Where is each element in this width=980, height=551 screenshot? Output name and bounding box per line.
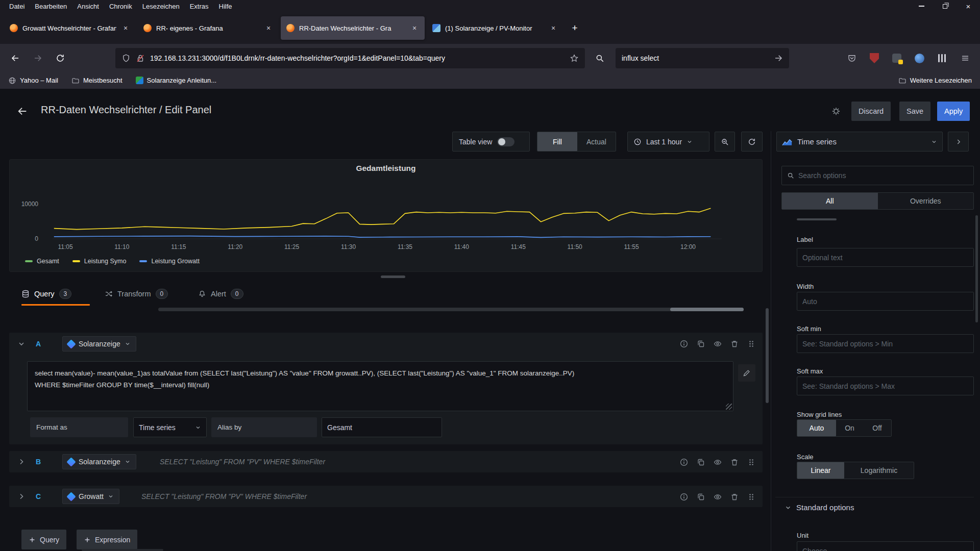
search-go-icon[interactable] — [774, 54, 783, 63]
query-help-icon[interactable] — [680, 458, 688, 466]
browser-tab-solaranzeige[interactable]: (1) Solaranzeige / PV-Monitor × — [427, 16, 564, 40]
datasource-picker[interactable]: Solaranzeige — [62, 336, 136, 352]
tab-query[interactable]: Query 3 — [21, 283, 71, 305]
datasource-picker[interactable]: Growatt — [62, 489, 119, 504]
query-a-header[interactable]: A Solaranzeige — [9, 333, 763, 355]
menu-extras[interactable]: Extras — [185, 3, 214, 10]
pocket-button[interactable] — [842, 48, 862, 68]
tab-all[interactable]: All — [782, 193, 878, 209]
width-input[interactable] — [797, 292, 974, 311]
label-input[interactable] — [797, 248, 974, 267]
sidebar-button[interactable] — [932, 48, 951, 68]
ublock-button[interactable] — [865, 48, 884, 68]
legend-item[interactable]: Gesamt — [25, 258, 59, 265]
minimize-button[interactable] — [910, 0, 933, 12]
browser-tab-rr-daten-active[interactable]: RR-Daten Wechselrichter - Gra × — [281, 16, 425, 40]
reload-button[interactable] — [50, 48, 70, 68]
tab-close-icon[interactable]: × — [549, 24, 558, 32]
tab-overrides[interactable]: Overrides — [878, 193, 974, 209]
account-button[interactable] — [910, 48, 929, 68]
grid-auto-option[interactable]: Auto — [797, 420, 836, 436]
delete-query-icon[interactable] — [730, 340, 739, 348]
add-expression-button[interactable]: Expression — [77, 530, 137, 549]
tracking-shield-icon[interactable] — [121, 54, 131, 63]
timeseries-plot[interactable]: 01000011:0511:1011:1511:2011:2511:3011:3… — [10, 179, 763, 255]
bookmark-solaranzeige[interactable]: Solaranzeige Anleitun... — [136, 77, 217, 84]
scale-log-option[interactable]: Logarithmic — [844, 462, 914, 479]
search-input[interactable] — [622, 54, 769, 62]
toggle-visibility-icon[interactable] — [714, 493, 722, 501]
noscript-button[interactable] — [887, 48, 906, 68]
grid-off-option[interactable]: Off — [863, 420, 891, 436]
url-bar[interactable]: 192.168.13.231:3000/d/f1B0Ldrnk/rr-daten… — [115, 48, 585, 68]
legend-item[interactable]: Leistung Growatt — [139, 258, 200, 265]
horizontal-scrollbar-track[interactable] — [158, 308, 744, 311]
panel-settings-button[interactable] — [826, 102, 846, 121]
visualization-picker[interactable]: Time series — [776, 132, 943, 152]
unit-select[interactable] — [797, 541, 974, 551]
collapse-chevron-icon[interactable] — [17, 340, 26, 348]
toggle-visibility-icon[interactable] — [714, 458, 722, 466]
tab-close-icon[interactable]: × — [121, 24, 130, 32]
duplicate-query-icon[interactable] — [697, 340, 705, 348]
drag-handle-icon[interactable] — [747, 340, 755, 348]
bookmark-yahoo[interactable]: Yahoo – Mail — [8, 77, 58, 85]
scale-linear-option[interactable]: Linear — [797, 462, 844, 479]
datasource-picker[interactable]: Solaranzeige — [62, 454, 136, 469]
other-bookmarks-button[interactable]: Weitere Lesezeichen — [898, 77, 972, 85]
delete-query-icon[interactable] — [730, 458, 739, 466]
table-view-toggle[interactable] — [497, 137, 514, 146]
tab-transform[interactable]: Transform 0 — [105, 283, 168, 305]
refresh-button[interactable] — [741, 132, 763, 152]
expand-chevron-icon[interactable] — [17, 458, 26, 466]
forward-button[interactable] — [28, 48, 48, 68]
toggle-visibility-icon[interactable] — [714, 340, 722, 348]
grid-on-option[interactable]: On — [836, 420, 863, 436]
go-back-button[interactable] — [12, 101, 33, 121]
alias-by-input[interactable] — [322, 417, 442, 437]
restore-button[interactable] — [933, 0, 957, 12]
back-button[interactable] — [5, 48, 26, 68]
query-c-header[interactable]: C Growatt SELECT "Leistung" FROM "PV" WH… — [9, 486, 763, 507]
collapse-options-button[interactable] — [948, 132, 969, 152]
add-query-button[interactable]: Query — [21, 530, 66, 549]
delete-query-icon[interactable] — [730, 493, 739, 501]
drag-handle-icon[interactable] — [747, 458, 755, 466]
sidebar-scrollbar-thumb[interactable] — [975, 215, 978, 322]
menu-ansicht[interactable]: Ansicht — [72, 3, 104, 10]
tab-close-icon[interactable]: × — [264, 24, 273, 32]
zoom-out-button[interactable] — [715, 132, 735, 152]
expand-chevron-icon[interactable] — [17, 492, 26, 500]
browser-tab-growatt[interactable]: Growatt Wechselrichter - Grafan × — [4, 16, 136, 40]
options-search-input[interactable] — [798, 171, 968, 180]
menu-chronik[interactable]: Chronik — [104, 3, 137, 10]
soft-max-input[interactable] — [797, 377, 974, 395]
app-menu-button[interactable] — [955, 48, 975, 68]
url-text[interactable]: 192.168.13.231:3000/d/f1B0Ldrnk/rr-daten… — [150, 54, 565, 62]
drag-handle-icon[interactable] — [747, 493, 755, 501]
actual-option[interactable]: Actual — [577, 132, 616, 151]
apply-button[interactable]: Apply — [937, 102, 970, 121]
menu-hilfe[interactable]: Hilfe — [214, 3, 237, 10]
browser-tab-rr-eigenes[interactable]: RR- eigenes - Grafana × — [138, 16, 279, 40]
query-b-header[interactable]: B Solaranzeige SELECT "Leistung" FROM "P… — [9, 451, 763, 472]
menu-datei[interactable]: Datei — [4, 3, 30, 10]
tab-alert[interactable]: Alert 0 — [198, 283, 243, 305]
main-scrollbar-thumb[interactable] — [766, 308, 769, 403]
fill-option[interactable]: Fill — [537, 132, 577, 151]
page-search-button[interactable] — [590, 48, 610, 68]
panel-resize-handle[interactable] — [381, 276, 405, 278]
duplicate-query-icon[interactable] — [697, 458, 705, 466]
bookmark-meistbesucht[interactable]: Meistbesucht — [71, 77, 122, 85]
edit-query-button[interactable] — [738, 364, 755, 382]
new-tab-button[interactable]: + — [566, 19, 584, 37]
tab-close-icon[interactable]: × — [410, 24, 419, 32]
horizontal-scrollbar-thumb[interactable] — [670, 308, 744, 311]
bookmark-star-icon[interactable] — [570, 54, 579, 63]
bottom-scrollbar-thumb[interactable] — [82, 549, 163, 551]
discard-button[interactable]: Discard — [851, 102, 891, 121]
menu-bearbeiten[interactable]: Bearbeiten — [30, 3, 72, 10]
time-range-picker[interactable]: Last 1 hour — [627, 132, 709, 152]
insecure-lock-icon[interactable] — [136, 54, 145, 63]
options-search-box[interactable] — [781, 166, 974, 185]
